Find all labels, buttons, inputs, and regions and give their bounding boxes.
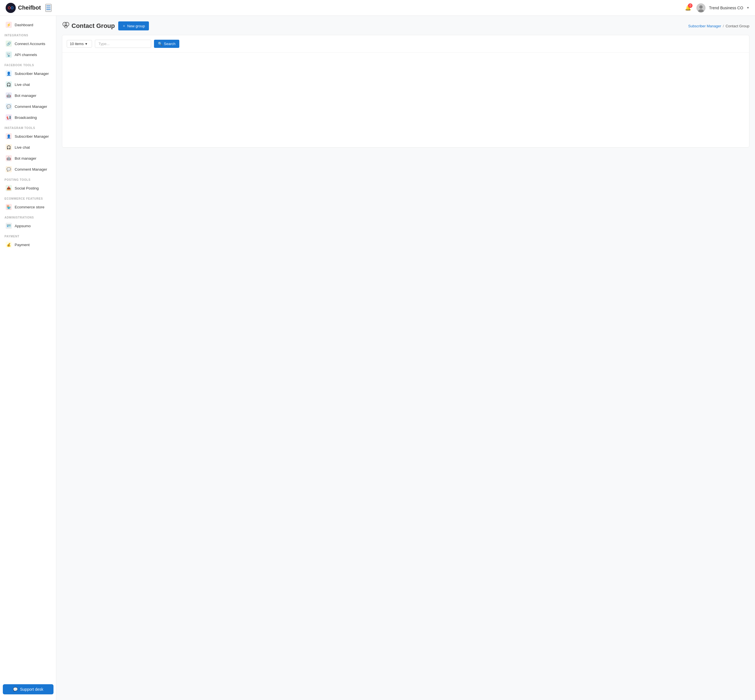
- sidebar-ig-comment-label: Comment Manager: [15, 167, 47, 172]
- sidebar-ig-subscriber-label: Subscriber Manager: [15, 134, 49, 139]
- layout: ⚡ Dashboard INTEGRATIONS 🔗 Connect Accou…: [0, 0, 755, 700]
- page-title-icon: [62, 21, 69, 30]
- section-label-facebook: FACEBOOK TOOLS: [0, 60, 56, 68]
- ig-bot-icon: 🤖: [6, 155, 12, 161]
- section-label-instagram: INSTAGRAM TOOLS: [0, 123, 56, 131]
- search-btn-label: Search: [164, 42, 175, 46]
- api-channels-icon: 📡: [6, 52, 12, 58]
- hamburger-button[interactable]: ☰: [45, 4, 51, 12]
- topnav-right: 🔔 0 Trend Business CO ▼: [683, 3, 749, 13]
- content-card: 10 items ▾ 🔍 Search: [62, 35, 749, 148]
- user-dropdown-arrow[interactable]: ▼: [747, 6, 749, 9]
- sidebar-item-dashboard[interactable]: ⚡ Dashboard: [1, 19, 55, 30]
- notification-button[interactable]: 🔔 0: [683, 3, 693, 13]
- sidebar-item-ig-livechat[interactable]: 🎧 Live chat: [1, 142, 55, 153]
- sidebar-item-ig-comment[interactable]: 💬 Comment Manager: [1, 164, 55, 175]
- ig-subscriber-icon: 👤: [6, 133, 12, 139]
- section-label-ecommerce: ECOMMERCE FEATURES: [0, 194, 56, 202]
- sidebar-item-ig-bot[interactable]: 🤖 Bot manager: [1, 153, 55, 164]
- breadcrumb-parent-link[interactable]: Subscriber Manager: [688, 24, 721, 28]
- section-label-integrations: INTEGRATIONS: [0, 30, 56, 38]
- sidebar-social-posting-label: Social Posting: [15, 186, 39, 191]
- page-title: Contact Group: [62, 21, 115, 30]
- appsumo-icon: 🪪: [6, 223, 12, 229]
- sidebar-item-connect-accounts[interactable]: 🔗 Connect Accounts: [1, 38, 55, 49]
- items-dropdown-arrow: ▾: [85, 42, 87, 46]
- search-input[interactable]: [95, 40, 151, 48]
- logo[interactable]: Cheifbot: [6, 3, 41, 13]
- sidebar-api-channels-label: API channels: [15, 53, 37, 57]
- page-header: Contact Group ＋ New group Subscriber Man…: [62, 21, 749, 30]
- main-content: Contact Group ＋ New group Subscriber Man…: [56, 16, 755, 700]
- sidebar-item-fb-broadcast[interactable]: 📢 Broadcasting: [1, 112, 55, 123]
- fb-broadcast-icon: 📢: [6, 114, 12, 120]
- fb-comment-icon: 💬: [6, 103, 12, 109]
- payment-icon: 💰: [6, 242, 12, 248]
- user-name: Trend Business CO: [709, 6, 743, 10]
- support-desk-button[interactable]: 💬 Support desk: [3, 684, 53, 694]
- fb-bot-icon: 🤖: [6, 92, 12, 98]
- sidebar-fb-subscriber-label: Subscriber Manager: [15, 72, 49, 76]
- sidebar-item-ecommerce[interactable]: 🏪 Ecommerce store: [1, 202, 55, 212]
- breadcrumb-current: Contact Group: [725, 24, 749, 28]
- sidebar-ecommerce-label: Ecommerce store: [15, 205, 44, 209]
- content-toolbar: 10 items ▾ 🔍 Search: [62, 35, 749, 53]
- topnav: Cheifbot ☰ 🔔 0 Trend Business CO ▼: [0, 0, 755, 16]
- section-label-admin: ADMINISTRATIONS: [0, 212, 56, 220]
- ig-comment-icon: 💬: [6, 166, 12, 172]
- sidebar-fb-bot-label: Bot manager: [15, 94, 36, 98]
- sidebar-item-appsumo[interactable]: 🪪 Appsumo: [1, 220, 55, 231]
- fb-subscriber-icon: 👤: [6, 70, 12, 77]
- social-posting-icon: 📤: [6, 185, 12, 191]
- section-label-posting: POSTING TOOLS: [0, 175, 56, 183]
- sidebar-item-ig-subscriber[interactable]: 👤 Subscriber Manager: [1, 131, 55, 142]
- sidebar-ig-livechat-label: Live chat: [15, 145, 30, 150]
- breadcrumb-separator: /: [723, 24, 724, 28]
- sidebar-item-api-channels[interactable]: 📡 API channels: [1, 49, 55, 60]
- logo-icon: [6, 3, 16, 13]
- sidebar-item-fb-subscriber[interactable]: 👤 Subscriber Manager: [1, 68, 55, 79]
- ig-livechat-icon: 🎧: [6, 144, 12, 150]
- support-btn-label: Support desk: [20, 687, 43, 692]
- items-per-page-select[interactable]: 10 items ▾: [67, 40, 92, 48]
- sidebar-fb-comment-label: Comment Manager: [15, 105, 47, 109]
- new-group-button[interactable]: ＋ New group: [118, 21, 149, 30]
- sidebar-connect-accounts-label: Connect Accounts: [15, 42, 45, 46]
- sidebar-appsumo-label: Appsumo: [15, 224, 31, 228]
- sidebar-dashboard-label: Dashboard: [15, 23, 33, 27]
- sidebar-item-social-posting[interactable]: 📤 Social Posting: [1, 183, 55, 194]
- section-label-payment: PAYMENT: [0, 231, 56, 239]
- dashboard-icon: ⚡: [6, 22, 12, 28]
- svg-point-4: [699, 5, 703, 9]
- plus-icon: ＋: [122, 23, 126, 28]
- sidebar-item-fb-bot[interactable]: 🤖 Bot manager: [1, 90, 55, 101]
- sidebar-item-payment[interactable]: 💰 Payment: [1, 239, 55, 250]
- sidebar-fb-livechat-label: Live chat: [15, 83, 30, 87]
- sidebar-item-fb-comment[interactable]: 💬 Comment Manager: [1, 101, 55, 112]
- search-icon: 🔍: [158, 42, 162, 46]
- notification-badge: 0: [688, 3, 693, 8]
- search-button[interactable]: 🔍 Search: [154, 40, 179, 48]
- logo-text: Cheifbot: [18, 5, 41, 11]
- page-header-left: Contact Group ＋ New group: [62, 21, 149, 30]
- connect-accounts-icon: 🔗: [6, 41, 12, 47]
- topnav-left: Cheifbot ☰: [6, 3, 51, 13]
- items-label: 10 items: [70, 42, 84, 46]
- ecommerce-icon: 🏪: [6, 204, 12, 210]
- sidebar-payment-label: Payment: [15, 243, 30, 247]
- support-icon: 💬: [13, 687, 18, 692]
- sidebar: ⚡ Dashboard INTEGRATIONS 🔗 Connect Accou…: [0, 16, 56, 700]
- sidebar-fb-broadcast-label: Broadcasting: [15, 116, 37, 120]
- sidebar-item-fb-livechat[interactable]: 🎧 Live chat: [1, 79, 55, 90]
- new-group-label: New group: [127, 24, 145, 28]
- breadcrumb: Subscriber Manager / Contact Group: [688, 24, 749, 28]
- avatar: [696, 3, 705, 12]
- fb-livechat-icon: 🎧: [6, 81, 12, 88]
- sidebar-ig-bot-label: Bot manager: [15, 156, 36, 161]
